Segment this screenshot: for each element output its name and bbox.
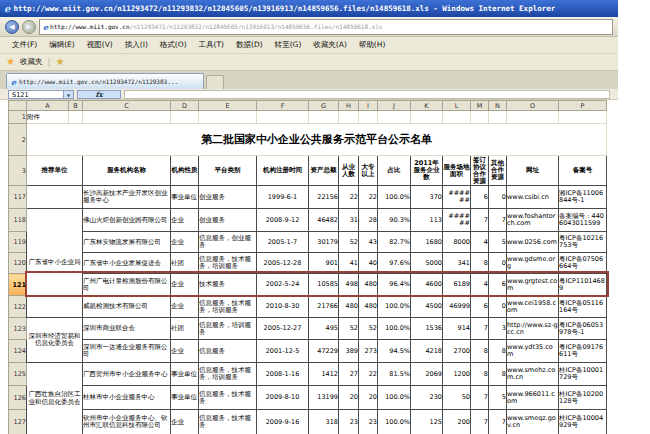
cell[interactable]: 318 [309, 410, 339, 434]
cell[interactable]: 事业单位 [171, 363, 199, 386]
cell-attachment[interactable]: 附件 [27, 111, 69, 124]
menu-item-goto[interactable]: 转至(G) [269, 40, 308, 50]
cell[interactable]: 20 [339, 386, 359, 410]
cell[interactable]: 1412 [309, 363, 339, 386]
row-header-125[interactable]: 125 [9, 363, 27, 386]
cell[interactable]: 341 [443, 253, 471, 274]
cell[interactable]: 41 [339, 253, 359, 274]
cell[interactable]: 2009-9-16 [257, 410, 309, 434]
cell[interactable] [69, 111, 83, 124]
cell[interactable]: 94.5% [378, 340, 411, 363]
cell[interactable]: 信息服务，技术服务，培训服务 [199, 253, 257, 274]
cell[interactable]: 40 [359, 253, 378, 274]
cell[interactable]: 480 [339, 296, 359, 318]
row-header-122[interactable]: 122 [9, 296, 27, 318]
table-header-cell[interactable]: 其他合作资源 [489, 156, 507, 186]
cell[interactable]: 粤ICP备10216753号 [559, 232, 607, 253]
cell[interactable]: 企业 [171, 209, 199, 232]
cell[interactable]: 31 [339, 209, 359, 232]
menu-item-file[interactable]: 文件(F) [6, 40, 43, 50]
cell[interactable]: 498 [339, 274, 359, 296]
cell[interactable]: 21766 [309, 296, 339, 318]
cell[interactable] [471, 111, 489, 124]
cell[interactable]: 100.0% [378, 386, 411, 410]
cell[interactable] [171, 111, 199, 124]
cell[interactable]: 粤ICP备09176611号 [559, 340, 607, 363]
cell[interactable]: 6 [471, 296, 489, 318]
cell[interactable]: 113 [411, 209, 443, 232]
row-header-118[interactable]: 118 [9, 209, 27, 232]
cell[interactable]: 495 [309, 318, 339, 340]
cell[interactable]: 信息服务，技术服务，培训服务 [199, 363, 257, 386]
favorites-star-icon[interactable]: ★ [6, 57, 15, 67]
column-header-K[interactable]: K [411, 101, 443, 111]
cell[interactable] [489, 111, 507, 124]
select-all-corner[interactable] [9, 101, 27, 111]
cell[interactable] [199, 111, 257, 124]
table-header-cell[interactable]: 备案号 [559, 156, 607, 186]
column-header-I[interactable]: I [359, 101, 378, 111]
cell[interactable]: 7 [471, 318, 489, 340]
cell[interactable]: 2001-12-5 [257, 340, 309, 363]
menu-item-edit[interactable]: 编辑(E) [43, 40, 81, 50]
cell[interactable]: 30179 [309, 232, 339, 253]
cell[interactable]: 7 [471, 386, 489, 410]
column-header-H[interactable]: H [339, 101, 359, 111]
menu-item-format[interactable]: 格式(O) [154, 40, 193, 50]
cell[interactable]: 8 [489, 340, 507, 363]
cell[interactable]: 企业 [171, 410, 199, 434]
cell[interactable]: 96.4% [378, 274, 411, 296]
cell[interactable]: 22156 [309, 186, 339, 209]
name-box-dropdown-icon[interactable]: ▼ [64, 90, 74, 99]
menu-item-help[interactable]: 帮助(H) [353, 40, 392, 50]
cell-recommender[interactable] [27, 186, 83, 209]
cell[interactable]: 23 [339, 410, 359, 434]
cell[interactable]: 901 [309, 253, 339, 274]
new-tab-stub[interactable] [206, 75, 224, 89]
cell[interactable]: 370 [411, 186, 443, 209]
column-header-F[interactable]: F [257, 101, 309, 111]
cell[interactable]: 97.6% [378, 253, 411, 274]
cell[interactable]: http://www.sz-gcc.cn [507, 318, 559, 340]
cell[interactable]: www.grgtest.com [507, 274, 559, 296]
column-header-M[interactable]: M [471, 101, 489, 111]
menu-item-tools[interactable]: 工具(T) [193, 40, 230, 50]
cell[interactable]: 4 [471, 274, 489, 296]
row-header-120[interactable]: 120 [9, 253, 27, 274]
cell[interactable]: 43 [359, 232, 378, 253]
back-button[interactable]: ◀ [5, 20, 19, 34]
cell[interactable]: 桂ICP备10200128号 [559, 386, 607, 410]
cell[interactable]: 企业 [171, 340, 199, 363]
cell[interactable]: 2005-12-27 [257, 318, 309, 340]
cell[interactable]: 2010-8-30 [257, 296, 309, 318]
row-header-2[interactable]: 2 [9, 124, 27, 156]
cell[interactable]: 100.0% [378, 296, 411, 318]
table-header-cell[interactable]: 网址 [507, 156, 559, 186]
address-bar[interactable]: e http://www.miit.gov.cn/n11293472/n1129… [39, 19, 613, 35]
cell[interactable]: 46482 [309, 209, 339, 232]
cell[interactable]: 2005-12-28 [257, 253, 309, 274]
column-header-O[interactable]: O [507, 101, 559, 111]
row-header-121[interactable]: 121 [9, 274, 27, 296]
cell[interactable]: 备案编号：4406043011599 [559, 209, 607, 232]
cell[interactable]: 7 [489, 209, 507, 232]
table-header-cell[interactable]: 签订协议合作资源 [471, 156, 489, 186]
cell[interactable]: 佛山火炬创新创业园有限公司 [83, 209, 171, 232]
cell[interactable]: www.gdsme.org [507, 253, 559, 274]
cell[interactable]: 22 [339, 186, 359, 209]
table-header-cell[interactable]: 大专以上 [359, 156, 378, 186]
row-header-119[interactable]: 119 [9, 232, 27, 253]
cell[interactable]: www.cei1958.com [507, 296, 559, 318]
cell[interactable]: 社团 [171, 318, 199, 340]
cell[interactable]: 914 [443, 318, 471, 340]
cell[interactable]: 广州广电计量检测股份有限公司 [83, 274, 171, 296]
cell[interactable]: www.966011.com [507, 386, 559, 410]
cell[interactable]: 6189 [443, 274, 471, 296]
cell[interactable]: 粤ICP备05116164号 [559, 296, 607, 318]
cell[interactable]: www.smeqz.gov.cn [507, 410, 559, 434]
column-header-A[interactable]: A [27, 101, 69, 111]
row-header-127[interactable]: 127 [9, 410, 27, 434]
formula-input[interactable] [124, 90, 610, 99]
cell[interactable]: 3 [489, 318, 507, 340]
cell[interactable]: 桂林市中小企业服务中心 [83, 386, 171, 410]
